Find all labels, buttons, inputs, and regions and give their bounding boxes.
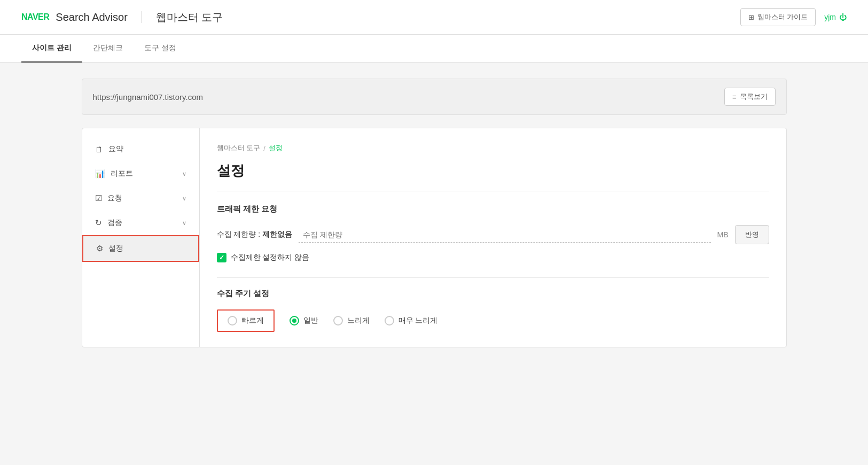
url-bar: https://jungnami007.tistory.com ≡ 목록보기 <box>82 79 787 115</box>
sidebar-item-summary[interactable]: 🗒 요약 <box>82 137 199 161</box>
radio-label-normal: 일반 <box>303 316 318 326</box>
page-title: 설정 <box>217 161 769 191</box>
chevron-down-icon: ∨ <box>182 220 186 227</box>
chevron-down-icon: ∨ <box>182 170 186 177</box>
list-view-label: 목록보기 <box>740 92 768 102</box>
power-icon: ⏻ <box>839 13 847 21</box>
radio-circle-fast <box>228 316 237 326</box>
request-icon: ☑ <box>95 193 102 203</box>
radio-circle-slow <box>333 316 343 326</box>
sidebar-item-report[interactable]: 📊 리포트 ∨ <box>82 161 199 186</box>
list-icon: ≡ <box>732 93 737 101</box>
verify-icon: ↻ <box>95 218 102 228</box>
guide-icon: ⊞ <box>748 13 754 21</box>
naver-logo: NAVER <box>21 12 49 22</box>
report-icon: 📊 <box>95 169 105 179</box>
app-title: Search Advisor <box>56 11 128 24</box>
user-name: yjm <box>824 13 836 21</box>
breadcrumb: 웹마스터 도구 / 설정 <box>217 143 769 153</box>
limit-label: 수집 제한량 : 제한없음 <box>217 230 293 239</box>
sidebar-item-label: 요청 <box>107 193 122 203</box>
traffic-section-title: 트래픽 제한 요청 <box>217 204 769 214</box>
breadcrumb-parent: 웹마스터 도구 <box>217 143 261 153</box>
header-left: NAVER Search Advisor 웹마스터 도구 <box>21 10 223 25</box>
content-layout: 🗒 요약 📊 리포트 ∨ ☑ 요청 ∨ ↻ 검증 ∨ ⚙ 설정 <box>82 128 787 347</box>
sidebar-item-verify[interactable]: ↻ 검증 ∨ <box>82 211 199 235</box>
header-subtitle: 웹마스터 도구 <box>156 10 223 25</box>
summary-icon: 🗒 <box>95 145 103 154</box>
radio-item-normal[interactable]: 일반 <box>290 316 318 326</box>
guide-label: 웹마스터 가이드 <box>757 12 808 22</box>
header: NAVER Search Advisor 웹마스터 도구 ⊞ 웹마스터 가이드 … <box>0 0 868 35</box>
mb-label: MB <box>717 230 729 239</box>
sidebar-item-label: 리포트 <box>111 169 133 179</box>
radio-circle-very-slow <box>385 316 394 326</box>
main-panel: 웹마스터 도구 / 설정 설정 트래픽 제한 요청 수집 제한량 : 제한없음 … <box>200 128 786 347</box>
chevron-down-icon: ∨ <box>182 195 186 202</box>
radio-item-fast[interactable]: 빠르게 <box>228 316 264 326</box>
sidebar-item-request[interactable]: ☑ 요청 ∨ <box>82 186 199 211</box>
breadcrumb-current: 설정 <box>269 143 283 153</box>
tab-tool-settings[interactable]: 도구 설정 <box>134 35 187 63</box>
limit-value: 제한없음 <box>262 230 292 238</box>
header-right: ⊞ 웹마스터 가이드 yjm ⏻ <box>740 8 847 26</box>
limit-input[interactable] <box>299 227 710 243</box>
apply-button[interactable]: 반영 <box>735 225 769 244</box>
header-divider <box>142 11 142 23</box>
radio-item-slow[interactable]: 느리게 <box>333 316 370 326</box>
no-limit-checkbox[interactable] <box>217 253 226 262</box>
no-limit-label: 수집제한 설정하지 않음 <box>231 253 310 262</box>
traffic-limit-row: 수집 제한량 : 제한없음 MB 반영 <box>217 225 769 244</box>
cycle-section-title: 수집 주기 설정 <box>217 289 769 299</box>
radio-label-slow: 느리게 <box>347 316 370 326</box>
no-limit-row: 수집제한 설정하지 않음 <box>217 253 769 262</box>
list-view-button[interactable]: ≡ 목록보기 <box>724 88 776 106</box>
radio-circle-normal <box>290 316 299 326</box>
section-divider <box>217 277 769 278</box>
radio-label-fast: 빠르게 <box>241 316 264 326</box>
radio-highlight-fast: 빠르게 <box>217 309 275 332</box>
sidebar: 🗒 요약 📊 리포트 ∨ ☑ 요청 ∨ ↻ 검증 ∨ ⚙ 설정 <box>82 128 200 347</box>
nav-tabs: 사이트 관리 간단체크 도구 설정 <box>0 35 868 63</box>
sidebar-item-label: 요약 <box>108 144 123 154</box>
radio-group: 빠르게 일반 느리게 매우 느리게 <box>217 309 769 332</box>
radio-label-very-slow: 매우 느리게 <box>398 316 438 326</box>
user-area[interactable]: yjm ⏻ <box>824 13 847 21</box>
settings-icon: ⚙ <box>96 244 103 253</box>
site-url: https://jungnami007.tistory.com <box>93 92 203 102</box>
breadcrumb-separator: / <box>263 144 265 152</box>
tab-site-management[interactable]: 사이트 관리 <box>21 35 82 63</box>
main-content: https://jungnami007.tistory.com ≡ 목록보기 🗒… <box>60 63 808 363</box>
radio-item-very-slow[interactable]: 매우 느리게 <box>385 316 438 326</box>
sidebar-item-label: 검증 <box>107 218 122 228</box>
sidebar-item-label: 설정 <box>108 244 123 253</box>
tab-quick-check[interactable]: 간단체크 <box>82 35 134 63</box>
sidebar-item-settings[interactable]: ⚙ 설정 <box>82 235 199 262</box>
guide-button[interactable]: ⊞ 웹마스터 가이드 <box>740 8 816 26</box>
